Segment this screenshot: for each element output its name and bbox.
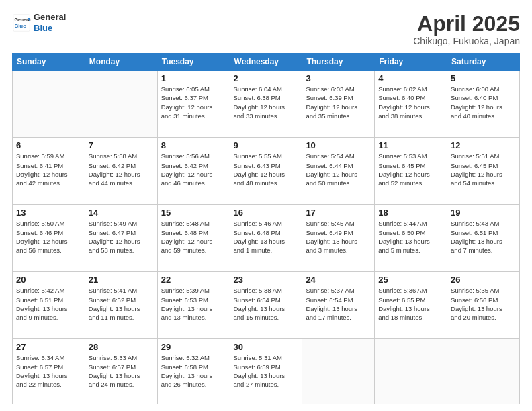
day-of-week-header: Tuesday (157, 54, 230, 71)
title-block: April 2025 Chikugo, Fukuoka, Japan (413, 12, 520, 46)
calendar-cell: 18Sunrise: 5:44 AM Sunset: 6:50 PM Dayli… (375, 205, 447, 272)
calendar-cell: 8Sunrise: 5:56 AM Sunset: 6:42 PM Daylig… (157, 138, 230, 205)
cell-info: Sunrise: 5:36 AM Sunset: 6:55 PM Dayligh… (378, 286, 443, 322)
cell-info: Sunrise: 5:41 AM Sunset: 6:52 PM Dayligh… (89, 286, 154, 322)
calendar-cell: 4Sunrise: 6:02 AM Sunset: 6:40 PM Daylig… (375, 71, 447, 138)
day-number: 20 (16, 275, 81, 285)
cell-info: Sunrise: 5:50 AM Sunset: 6:46 PM Dayligh… (16, 219, 81, 255)
calendar-cell: 28Sunrise: 5:33 AM Sunset: 6:57 PM Dayli… (85, 339, 157, 404)
day-number: 25 (378, 275, 443, 285)
calendar-cell: 29Sunrise: 5:32 AM Sunset: 6:58 PM Dayli… (157, 339, 230, 404)
day-number: 24 (306, 275, 371, 285)
cell-info: Sunrise: 5:56 AM Sunset: 6:42 PM Dayligh… (161, 152, 226, 187)
calendar-cell: 9Sunrise: 5:55 AM Sunset: 6:43 PM Daylig… (230, 138, 302, 205)
cell-info: Sunrise: 5:31 AM Sunset: 6:59 PM Dayligh… (234, 353, 299, 389)
day-of-week-header: Thursday (302, 54, 375, 71)
calendar-cell: 11Sunrise: 5:53 AM Sunset: 6:45 PM Dayli… (375, 138, 447, 205)
calendar-cell: 6Sunrise: 5:59 AM Sunset: 6:41 PM Daylig… (13, 138, 85, 205)
day-number: 21 (89, 275, 154, 285)
calendar-cell: 14Sunrise: 5:49 AM Sunset: 6:47 PM Dayli… (85, 205, 157, 272)
svg-text:Blue: Blue (15, 23, 27, 29)
calendar-cell: 22Sunrise: 5:39 AM Sunset: 6:53 PM Dayli… (157, 272, 230, 339)
cell-info: Sunrise: 5:54 AM Sunset: 6:44 PM Dayligh… (306, 152, 371, 187)
calendar-week-row: 6Sunrise: 5:59 AM Sunset: 6:41 PM Daylig… (13, 138, 520, 205)
cell-info: Sunrise: 5:39 AM Sunset: 6:53 PM Dayligh… (161, 286, 226, 322)
day-number: 8 (161, 140, 226, 150)
calendar-cell: 1Sunrise: 6:05 AM Sunset: 6:37 PM Daylig… (157, 71, 230, 138)
day-number: 19 (451, 208, 516, 218)
day-number: 6 (16, 140, 81, 150)
day-of-week-header: Monday (85, 54, 157, 71)
day-of-week-header: Friday (375, 54, 447, 71)
calendar-cell: 10Sunrise: 5:54 AM Sunset: 6:44 PM Dayli… (302, 138, 375, 205)
day-number: 15 (161, 208, 226, 218)
day-number: 14 (89, 208, 154, 218)
calendar-cell (447, 339, 520, 404)
calendar-week-row: 27Sunrise: 5:34 AM Sunset: 6:57 PM Dayli… (13, 339, 520, 404)
cell-info: Sunrise: 5:55 AM Sunset: 6:43 PM Dayligh… (234, 152, 299, 187)
calendar-cell (13, 71, 85, 138)
page: General Blue General Blue April 2025 Chi… (0, 0, 532, 411)
cell-info: Sunrise: 5:53 AM Sunset: 6:45 PM Dayligh… (378, 152, 443, 187)
month-title: April 2025 (413, 12, 520, 36)
day-number: 12 (451, 140, 516, 150)
calendar-cell: 21Sunrise: 5:41 AM Sunset: 6:52 PM Dayli… (85, 272, 157, 339)
calendar-table: SundayMondayTuesdayWednesdayThursdayFrid… (12, 53, 520, 404)
calendar-cell: 7Sunrise: 5:58 AM Sunset: 6:42 PM Daylig… (85, 138, 157, 205)
cell-info: Sunrise: 5:48 AM Sunset: 6:48 PM Dayligh… (161, 219, 226, 255)
calendar-cell: 20Sunrise: 5:42 AM Sunset: 6:51 PM Dayli… (13, 272, 85, 339)
cell-info: Sunrise: 5:35 AM Sunset: 6:56 PM Dayligh… (451, 286, 516, 322)
cell-info: Sunrise: 6:05 AM Sunset: 6:37 PM Dayligh… (161, 85, 226, 120)
calendar-cell: 17Sunrise: 5:45 AM Sunset: 6:49 PM Dayli… (302, 205, 375, 272)
day-number: 2 (234, 73, 299, 83)
day-number: 30 (234, 342, 299, 352)
day-number: 3 (306, 73, 371, 83)
cell-info: Sunrise: 5:37 AM Sunset: 6:54 PM Dayligh… (306, 286, 371, 322)
cell-info: Sunrise: 5:46 AM Sunset: 6:48 PM Dayligh… (234, 219, 299, 255)
calendar-cell (85, 71, 157, 138)
day-number: 10 (306, 140, 371, 150)
cell-info: Sunrise: 6:00 AM Sunset: 6:40 PM Dayligh… (451, 85, 516, 120)
calendar-week-row: 20Sunrise: 5:42 AM Sunset: 6:51 PM Dayli… (13, 272, 520, 339)
day-number: 22 (161, 275, 226, 285)
day-number: 16 (234, 208, 299, 218)
calendar-header-row: SundayMondayTuesdayWednesdayThursdayFrid… (13, 54, 520, 71)
logo: General Blue General Blue (12, 12, 66, 33)
calendar-cell: 25Sunrise: 5:36 AM Sunset: 6:55 PM Dayli… (375, 272, 447, 339)
day-number: 9 (234, 140, 299, 150)
calendar-cell (302, 339, 375, 404)
calendar-week-row: 1Sunrise: 6:05 AM Sunset: 6:37 PM Daylig… (13, 71, 520, 138)
day-number: 29 (161, 342, 226, 352)
calendar-cell: 13Sunrise: 5:50 AM Sunset: 6:46 PM Dayli… (13, 205, 85, 272)
cell-info: Sunrise: 5:45 AM Sunset: 6:49 PM Dayligh… (306, 219, 371, 255)
day-number: 26 (451, 275, 516, 285)
day-number: 18 (378, 208, 443, 218)
calendar-cell: 23Sunrise: 5:38 AM Sunset: 6:54 PM Dayli… (230, 272, 302, 339)
cell-info: Sunrise: 5:43 AM Sunset: 6:51 PM Dayligh… (451, 219, 516, 255)
cell-info: Sunrise: 6:04 AM Sunset: 6:38 PM Dayligh… (234, 85, 299, 120)
cell-info: Sunrise: 5:49 AM Sunset: 6:47 PM Dayligh… (89, 219, 154, 255)
day-of-week-header: Sunday (13, 54, 85, 71)
cell-info: Sunrise: 6:02 AM Sunset: 6:40 PM Dayligh… (378, 85, 443, 120)
day-of-week-header: Wednesday (230, 54, 302, 71)
cell-info: Sunrise: 5:33 AM Sunset: 6:57 PM Dayligh… (89, 353, 154, 389)
day-number: 27 (16, 342, 81, 352)
cell-info: Sunrise: 5:44 AM Sunset: 6:50 PM Dayligh… (378, 219, 443, 255)
calendar-cell: 12Sunrise: 5:51 AM Sunset: 6:45 PM Dayli… (447, 138, 520, 205)
cell-info: Sunrise: 5:42 AM Sunset: 6:51 PM Dayligh… (16, 286, 81, 322)
logo-text: General Blue (34, 12, 66, 33)
day-number: 13 (16, 208, 81, 218)
calendar-cell: 15Sunrise: 5:48 AM Sunset: 6:48 PM Dayli… (157, 205, 230, 272)
day-number: 17 (306, 208, 371, 218)
day-number: 11 (378, 140, 443, 150)
calendar-cell: 5Sunrise: 6:00 AM Sunset: 6:40 PM Daylig… (447, 71, 520, 138)
logo-icon: General Blue (12, 13, 31, 32)
day-number: 1 (161, 73, 226, 83)
calendar-cell: 26Sunrise: 5:35 AM Sunset: 6:56 PM Dayli… (447, 272, 520, 339)
day-number: 5 (451, 73, 516, 83)
day-number: 23 (234, 275, 299, 285)
cell-info: Sunrise: 5:32 AM Sunset: 6:58 PM Dayligh… (161, 353, 226, 389)
cell-info: Sunrise: 5:58 AM Sunset: 6:42 PM Dayligh… (89, 152, 154, 187)
cell-info: Sunrise: 5:34 AM Sunset: 6:57 PM Dayligh… (16, 353, 81, 389)
day-number: 4 (378, 73, 443, 83)
